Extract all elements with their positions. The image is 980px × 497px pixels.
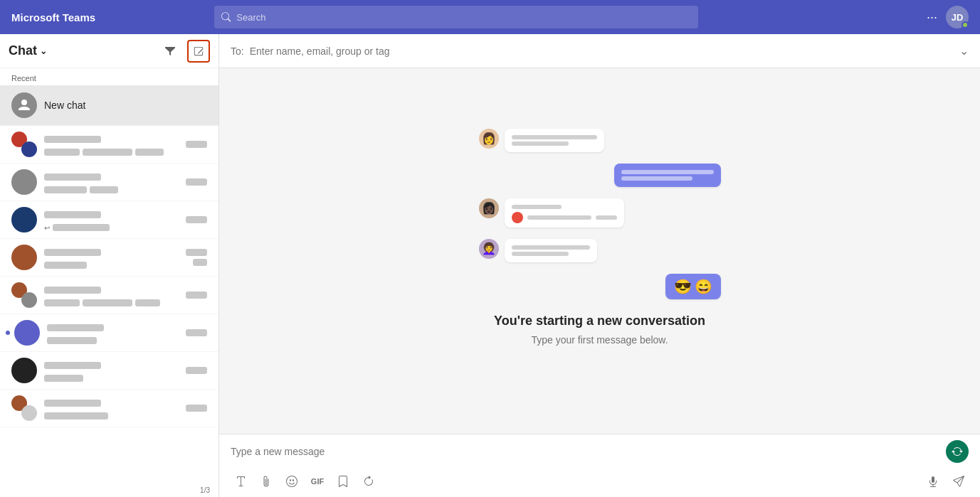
bubble-content-1 <box>505 129 604 152</box>
chat-preview-1 <box>44 149 80 156</box>
list-item[interactable] <box>0 164 218 201</box>
sidebar-header: Chat ⌄ <box>0 34 218 68</box>
bubble-line <box>527 215 591 220</box>
bubble-4 <box>505 239 597 262</box>
message-input-area: GIF <box>219 434 980 497</box>
bubble-line <box>512 141 569 146</box>
new-chat-button[interactable] <box>187 40 210 63</box>
group-avatar <box>11 132 37 157</box>
send-refresh-button[interactable] <box>946 440 969 463</box>
chat-name <box>44 400 101 407</box>
compose-icon <box>194 46 204 56</box>
format-button[interactable] <box>231 471 251 491</box>
chat-meta <box>186 216 207 223</box>
attach-icon <box>260 476 272 487</box>
list-item[interactable] <box>0 314 218 352</box>
chat-name <box>44 136 101 143</box>
reaction-icon <box>512 212 523 223</box>
bubble-row-4: 👩‍🦱 <box>479 239 721 262</box>
emoji-button[interactable] <box>282 471 302 491</box>
send-button[interactable] <box>949 471 969 491</box>
filter-button[interactable] <box>159 40 181 63</box>
to-input[interactable] <box>250 46 954 57</box>
toolbar-row: GIF <box>219 469 980 497</box>
bubble-line <box>512 245 590 250</box>
chat-avatar <box>11 207 37 233</box>
list-item[interactable] <box>0 126 218 164</box>
chat-name <box>47 324 104 331</box>
chat-dropdown-icon[interactable]: ⌄ <box>40 46 47 56</box>
format-icon <box>235 476 246 487</box>
presence-badge <box>961 21 969 28</box>
list-item[interactable]: ↩ <box>0 201 218 239</box>
chat-preview <box>44 186 87 193</box>
search-bar[interactable] <box>214 6 698 28</box>
emoji-smile: 😄 <box>695 278 712 295</box>
chat-badge <box>193 259 207 266</box>
app-title: Microsoft Teams <box>11 11 95 23</box>
chat-preview-2 <box>83 149 132 156</box>
to-label: To: <box>231 46 244 57</box>
bubble-row-3: 👩🏿 <box>479 198 721 228</box>
audio-icon <box>927 476 939 487</box>
conversation-subtitle: Type your first message below. <box>494 334 705 346</box>
chat-time <box>186 141 207 148</box>
conversation-title: You're starting a new conversation <box>494 314 705 328</box>
unread-dot <box>6 331 10 335</box>
avatar-2: 👩🏿 <box>479 198 499 218</box>
bubble-row-2 <box>479 164 721 187</box>
chat-info <box>44 284 179 306</box>
list-item[interactable] <box>0 277 218 314</box>
new-chat-item[interactable]: New chat <box>0 85 218 126</box>
bubble-row-1: 👩 <box>479 129 721 152</box>
message-input[interactable] <box>231 446 940 457</box>
chat-name <box>44 211 101 218</box>
chat-time <box>186 216 207 223</box>
user-avatar[interactable]: JD <box>946 6 969 28</box>
bubble-line <box>596 215 617 220</box>
list-item[interactable] <box>0 390 218 427</box>
chat-preview-3 <box>135 149 164 156</box>
chat-meta <box>186 405 207 412</box>
more-options-icon[interactable]: ··· <box>927 10 937 25</box>
bubble-content-3 <box>505 198 624 228</box>
bubble-line <box>512 135 597 139</box>
chat-section-title: Chat ⌄ <box>9 43 47 58</box>
chat-info <box>44 359 179 382</box>
list-item[interactable] <box>0 239 218 277</box>
expand-icon[interactable]: ⌄ <box>959 44 969 58</box>
list-item[interactable] <box>0 352 218 390</box>
audio-button[interactable] <box>923 471 943 491</box>
gif-button[interactable]: GIF <box>307 471 327 491</box>
chat-time <box>186 292 207 299</box>
chat-avatar <box>11 358 37 383</box>
bubble-line <box>512 205 562 209</box>
chat-time <box>186 249 207 256</box>
chat-time <box>186 329 207 336</box>
content-area: To: ⌄ 👩 <box>219 34 980 497</box>
recent-label: Recent <box>0 68 218 85</box>
bubble-content-4 <box>505 239 597 262</box>
chat-time <box>186 405 207 412</box>
attach-button[interactable] <box>256 471 276 491</box>
filter-icon <box>164 46 176 57</box>
sticker-button[interactable] <box>333 471 353 491</box>
loop-button[interactable] <box>359 471 379 491</box>
new-chat-avatar <box>11 92 37 118</box>
top-bar: Microsoft Teams ··· JD <box>0 0 980 34</box>
search-input[interactable] <box>236 12 690 23</box>
sidebar: Chat ⌄ Recent <box>0 34 219 497</box>
bubble-line <box>621 176 692 181</box>
bubble-1 <box>505 129 604 152</box>
bubble-line <box>512 252 569 256</box>
chat-preview <box>44 262 87 269</box>
chat-illustration: 👩 <box>219 68 980 434</box>
chat-info: ↩ <box>44 208 179 232</box>
emoji-row: 😎 😄 <box>479 274 721 299</box>
chat-time <box>186 367 207 374</box>
send-icon <box>953 476 964 487</box>
group-avatar <box>11 282 37 308</box>
chat-meta <box>186 367 207 374</box>
new-chat-label: New chat <box>44 100 85 111</box>
chat-label: Chat <box>9 43 37 58</box>
